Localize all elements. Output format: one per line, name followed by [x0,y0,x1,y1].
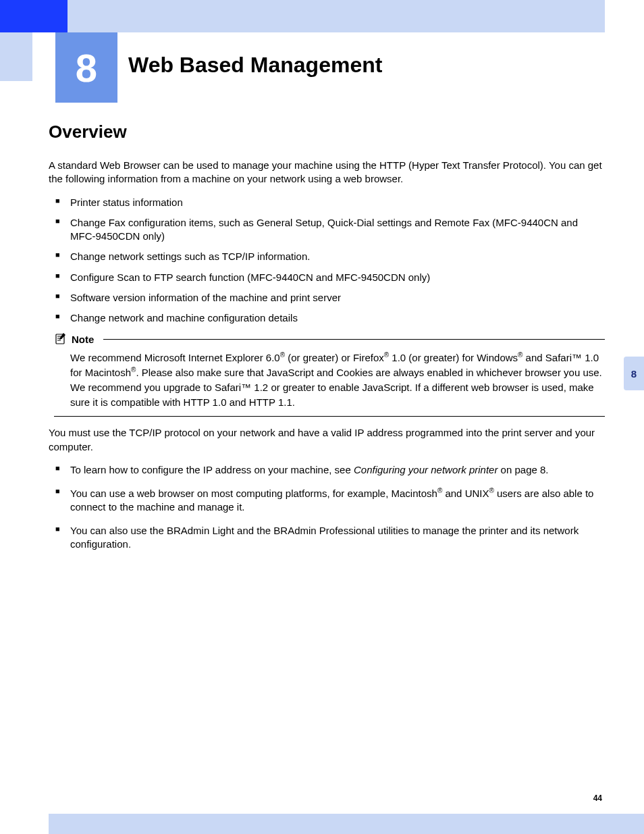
note-body: We recommend Microsoft Internet Explorer… [54,348,605,417]
registered-mark: ® [489,487,493,494]
bullet-text: To learn how to configure the IP address… [70,464,354,475]
list-item: You can use a web browser on most comput… [51,486,605,515]
note-block: Note We recommend Microsoft Internet Exp… [54,333,605,417]
chapter-number-box: 8 [55,32,117,103]
list-item: Change network settings such as TCP/IP i… [51,250,605,263]
chapter-side-tab[interactable]: 8 [624,357,644,390]
note-icon [54,333,68,345]
note-label: Note [72,334,94,345]
list-item: Change Fax configuration items, such as … [51,216,605,244]
side-tab-number: 8 [631,368,637,380]
list-item: Software version information of the mach… [51,291,605,305]
main-content: Overview A standard Web Browser can be u… [49,122,605,561]
list-item: To learn how to configure the IP address… [51,463,605,477]
bullet-text: and UNIX [442,488,489,499]
overview-bullet-list: Printer status information Change Fax co… [49,196,605,325]
overview-heading: Overview [49,122,605,142]
note-text: (or greater) or Firefox [285,352,384,363]
header-accent-right [68,0,605,32]
bullet-text: You can use a web browser on most comput… [70,488,437,499]
cross-reference-link[interactable]: Configuring your network printer [354,464,498,475]
list-item: You can also use the BRAdmin Light and t… [51,524,605,552]
bullet-text: on page 8. [498,464,548,475]
overview-intro: A standard Web Browser can be used to ma… [49,159,605,186]
chapter-title: Web Based Management [128,53,382,78]
note-text: 1.0 (or greater) for Windows [389,352,518,363]
post-note-paragraph: You must use the TCP/IP protocol on your… [49,426,605,454]
registered-mark: ® [280,351,285,359]
list-item: Printer status information [51,196,605,209]
note-divider-top [103,339,605,340]
header-accent-left [0,0,68,32]
list-item: Change network and machine configuration… [51,311,605,325]
page-number: 44 [593,793,602,803]
note-text: . Please also make sure that JavaScript … [70,367,602,408]
footer-accent-strip [49,814,644,834]
note-header: Note [54,333,605,345]
list-item: Configure Scan to FTP search function (M… [51,271,605,284]
chapter-number: 8 [76,45,97,90]
note-text: We recommend Microsoft Internet Explorer… [70,352,280,363]
post-bullet-list: To learn how to configure the IP address… [49,463,605,551]
left-accent-bar [0,32,32,81]
